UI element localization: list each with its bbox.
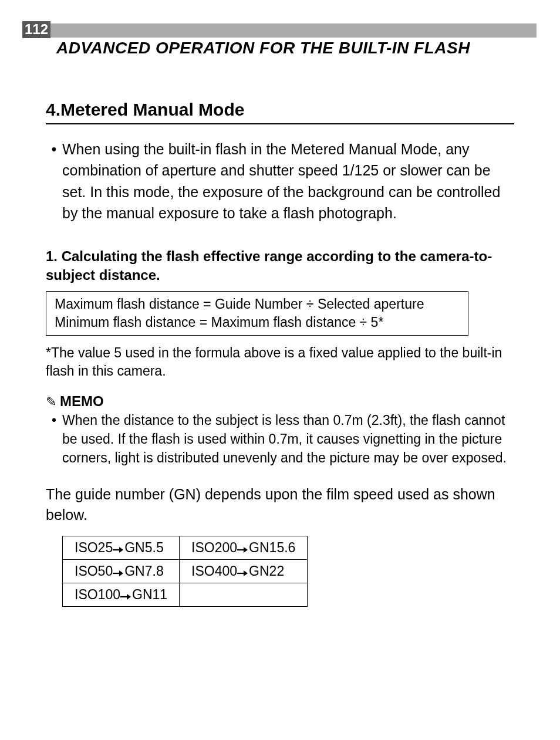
header-title: ADVANCED OPERATION FOR THE BUILT-IN FLAS… (56, 39, 470, 58)
page-number-tab: 112 (22, 21, 50, 38)
subsection-heading: 1. Calculating the flash effective range… (46, 247, 514, 285)
gn-intro: The guide number (GN) depends upon the f… (46, 484, 514, 525)
formula-line-1: Maximum flash distance = Guide Number ÷ … (55, 295, 460, 313)
svg-marker-3 (244, 547, 248, 553)
section-title: 4.Metered Manual Mode (46, 100, 514, 120)
gn-cell: ISO400GN22 (180, 559, 308, 583)
gn-cell: ISO100GN11 (63, 583, 180, 606)
gn-cell (180, 583, 308, 606)
memo-bullet: • When the distance to the subject is le… (46, 411, 514, 468)
formula-line-2: Minimum flash distance = Maximum flash d… (55, 313, 460, 332)
memo-label: MEMO (60, 393, 104, 409)
memo-heading: ✎MEMO (46, 393, 514, 410)
gn-cell: ISO25GN5.5 (63, 536, 180, 559)
svg-marker-9 (127, 594, 131, 600)
footnote: *The value 5 used in the formula above i… (46, 344, 514, 380)
svg-marker-7 (244, 570, 248, 576)
gn-cell: ISO50GN7.8 (63, 559, 180, 583)
svg-marker-5 (119, 570, 123, 576)
table-row: ISO50GN7.8ISO400GN22 (63, 559, 308, 583)
table-row: ISO25GN5.5ISO200GN15.6 (63, 536, 308, 559)
memo-bullet-text: When the distance to the subject is less… (62, 411, 514, 468)
manual-page: 112 ADVANCED OPERATION FOR THE BUILT-IN … (0, 0, 560, 740)
guide-number-table: ISO25GN5.5ISO200GN15.6ISO50GN7.8ISO400GN… (62, 536, 308, 607)
bullet-dot-icon: • (46, 411, 62, 468)
page-content: 4.Metered Manual Mode • When using the b… (46, 23, 514, 607)
intro-bullet-text: When using the built-in flash in the Met… (62, 138, 514, 224)
header-bar (50, 23, 537, 38)
section-rule (46, 123, 514, 124)
page-number: 112 (25, 21, 48, 37)
gn-cell: ISO200GN15.6 (180, 536, 308, 559)
svg-marker-1 (119, 547, 123, 553)
bullet-dot-icon: • (46, 138, 62, 224)
intro-bullet: • When using the built-in flash in the M… (46, 138, 514, 224)
formula-box: Maximum flash distance = Guide Number ÷ … (46, 291, 468, 336)
table-row: ISO100GN11 (63, 583, 308, 606)
pencil-icon: ✎ (46, 394, 56, 409)
